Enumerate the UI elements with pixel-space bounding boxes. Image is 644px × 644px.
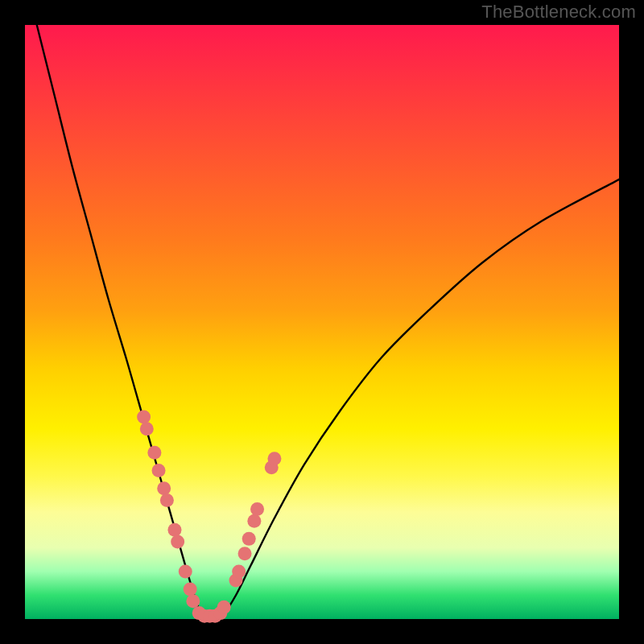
highlight-dot [186, 594, 200, 608]
highlight-dot [247, 514, 261, 528]
highlight-dot [167, 523, 181, 537]
highlight-dot [152, 464, 166, 477]
highlight-dot [157, 481, 171, 495]
highlight-dot [267, 452, 281, 465]
highlight-dot [217, 601, 231, 614]
highlight-dot [160, 493, 174, 507]
plot-area [25, 25, 619, 619]
highlight-dot [242, 532, 256, 546]
highlight-dot [232, 564, 246, 578]
chart-svg [25, 25, 619, 619]
highlight-dot [171, 535, 184, 549]
highlight-dot [140, 422, 154, 436]
bottleneck-curve-path [37, 25, 619, 617]
highlight-dot [179, 564, 192, 578]
highlight-dot [184, 583, 197, 597]
highlight-dot [137, 411, 151, 424]
chart-frame: TheBottleneck.com [0, 0, 644, 644]
highlight-dot [238, 547, 252, 560]
highlight-dots-group [137, 411, 281, 623]
highlight-dot [250, 502, 264, 516]
watermark-text: TheBottleneck.com [481, 2, 636, 23]
highlight-dot [147, 446, 161, 460]
